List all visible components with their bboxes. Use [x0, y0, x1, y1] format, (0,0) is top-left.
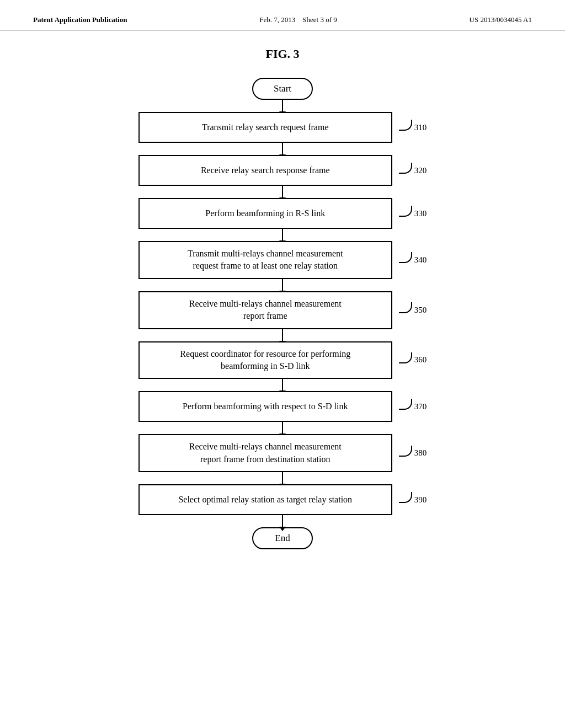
arrow-line-7 — [282, 422, 283, 434]
ref-label-310: 310 — [399, 122, 427, 133]
ref-label-330: 330 — [399, 208, 427, 219]
arrow-line-4 — [282, 279, 283, 291]
ref-label-380: 380 — [399, 448, 427, 459]
arrow-1 — [138, 143, 427, 155]
step-box-350: Receive multi-relays channel measurement… — [138, 291, 392, 329]
step-box-320: Receive relay search response frame — [138, 155, 392, 186]
step-row-360: Request coordinator for resource for per… — [138, 341, 427, 379]
arrow-2 — [138, 186, 427, 198]
step-box-390: Select optimal relay station as target r… — [138, 484, 392, 515]
arrow-line-final — [282, 515, 283, 527]
arrow-4 — [138, 279, 427, 291]
ref-label-340: 340 — [399, 254, 427, 265]
arrow-6 — [138, 379, 427, 391]
arrow-line-0 — [282, 100, 283, 112]
header-left: Patent Application Publication — [33, 15, 127, 24]
arrow-8 — [138, 472, 427, 484]
arrow-5 — [138, 329, 427, 341]
arrow-line-3 — [282, 229, 283, 241]
steps-container: Transmit relay search request frame310Re… — [138, 112, 427, 527]
step-box-380: Receive multi-relays channel measurement… — [138, 434, 392, 472]
ref-label-350: 350 — [399, 304, 427, 315]
start-oval: Start — [252, 78, 313, 100]
arrow-line-6 — [282, 379, 283, 391]
arrow-final — [138, 515, 427, 527]
ref-label-320: 320 — [399, 165, 427, 176]
step-row-380: Receive multi-relays channel measurement… — [138, 434, 427, 472]
step-row-370: Perform beamforming with respect to S-D … — [138, 391, 427, 422]
ref-label-370: 370 — [399, 401, 427, 412]
ref-label-360: 360 — [399, 355, 427, 366]
step-row-310: Transmit relay search request frame310 — [138, 112, 427, 143]
arrow-line-2 — [282, 186, 283, 198]
arrow-line-5 — [282, 329, 283, 341]
page-header: Patent Application Publication Feb. 7, 2… — [0, 0, 565, 30]
figure-title: FIG. 3 — [0, 47, 565, 61]
arrow-line-1 — [282, 143, 283, 155]
arrow-7 — [138, 422, 427, 434]
step-row-330: Perform beamforming in R-S link330 — [138, 198, 427, 229]
step-box-370: Perform beamforming with respect to S-D … — [138, 391, 392, 422]
step-row-340: Transmit multi-relays channel measuremen… — [138, 241, 427, 279]
step-row-320: Receive relay search response frame320 — [138, 155, 427, 186]
header-right: US 2013/0034045 A1 — [470, 15, 532, 24]
arrow-0 — [282, 100, 283, 112]
step-box-310: Transmit relay search request frame — [138, 112, 392, 143]
step-row-390: Select optimal relay station as target r… — [138, 484, 427, 515]
step-row-350: Receive multi-relays channel measurement… — [138, 291, 427, 329]
step-box-330: Perform beamforming in R-S link — [138, 198, 392, 229]
arrow-3 — [138, 229, 427, 241]
header-center: Feb. 7, 2013 Sheet 3 of 9 — [259, 15, 337, 24]
arrow-line-8 — [282, 472, 283, 484]
ref-label-390: 390 — [399, 494, 427, 505]
flowchart: Start Transmit relay search request fram… — [0, 78, 565, 571]
step-box-360: Request coordinator for resource for per… — [138, 341, 392, 379]
step-box-340: Transmit multi-relays channel measuremen… — [138, 241, 392, 279]
